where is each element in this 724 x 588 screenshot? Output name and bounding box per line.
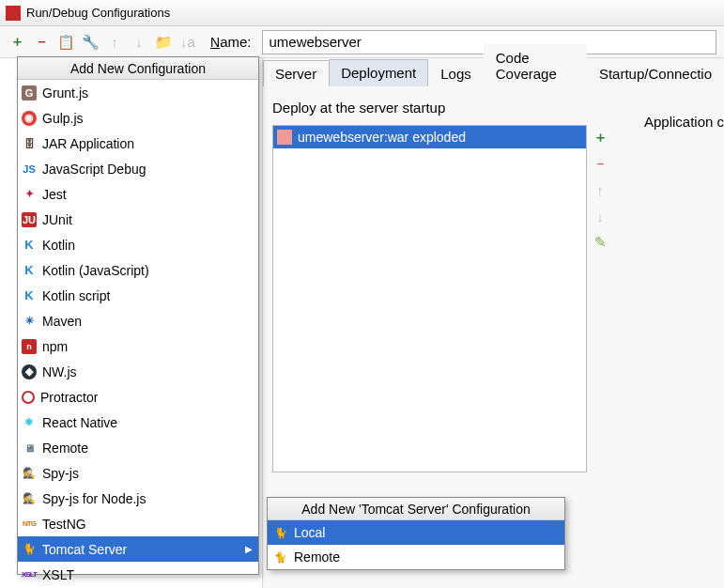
config-type-testng[interactable]: NTGTestNG	[18, 511, 258, 536]
config-type-protractor[interactable]: Protractor	[18, 384, 258, 410]
config-type-gruntjs[interactable]: GGrunt.js	[18, 80, 258, 105]
copy-config-button[interactable]: 📋	[56, 33, 75, 52]
spyjs-icon: 🕵	[22, 466, 37, 481]
config-type-label: JAR Application	[42, 136, 134, 151]
config-type-label: Kotlin	[42, 238, 75, 253]
config-type-label: React Native	[42, 415, 117, 430]
tomcat-icon: 🐈	[273, 525, 288, 540]
jarapplication-icon: 🗄	[22, 136, 37, 151]
window-titlebar: Run/Debug Configurations	[0, 0, 724, 26]
config-type-label: Maven	[42, 314, 82, 329]
tomcat-option-label: Remote	[294, 549, 340, 565]
artifact-label: umewebserver:war exploded	[298, 130, 466, 145]
javascriptdebug-icon: JS	[22, 162, 37, 177]
tab-server[interactable]: Server	[263, 60, 329, 86]
gulpjs-icon: ◉	[22, 111, 37, 126]
config-type-label: JavaScript Debug	[42, 162, 146, 177]
tab-startupconnection[interactable]: Startup/Connectio	[587, 60, 724, 86]
config-type-label: Grunt.js	[42, 85, 88, 101]
junit-icon: JU	[22, 212, 37, 227]
window-title: Run/Debug Configurations	[26, 6, 170, 20]
config-type-npm[interactable]: nnpm	[18, 333, 258, 359]
tab-codecoverage[interactable]: Code Coverage	[484, 44, 587, 86]
add-config-button[interactable]: ＋	[8, 33, 26, 52]
kotlin-icon: K	[22, 238, 37, 253]
config-type-jarapplication[interactable]: 🗄JAR Application	[18, 131, 258, 156]
config-type-label: Remote	[42, 441, 88, 456]
config-toolbar: ＋ － 📋 🔧 ↑ ↓ 📁 ↓a Name:	[0, 26, 724, 58]
tomcat-option-local[interactable]: 🐈Local	[268, 520, 564, 545]
config-type-nwjs[interactable]: ◆NW.js	[18, 359, 258, 384]
config-type-label: TestNG	[42, 517, 86, 532]
config-type-kotlin[interactable]: KKotlin	[18, 232, 258, 257]
config-type-label: Kotlin (JavaScript)	[42, 263, 149, 278]
protractor-icon	[22, 391, 35, 404]
config-type-label: Spy-js	[42, 466, 79, 481]
config-type-label: Jest	[42, 187, 67, 202]
popup-title: Add New Configuration	[18, 57, 258, 80]
config-type-label: JUnit	[42, 212, 72, 227]
config-type-label: Tomcat Server	[42, 542, 127, 557]
tomcat-option-label: Local	[294, 525, 325, 540]
move-up-button: ↑	[105, 33, 124, 52]
reactnative-icon: ⚛	[22, 415, 37, 430]
tomcat-option-remote2[interactable]: 🐈Remote	[268, 545, 564, 569]
artifact-icon	[277, 130, 292, 145]
config-type-junit[interactable]: JUJUnit	[18, 207, 258, 232]
testng-icon: NTG	[22, 517, 37, 532]
xslt-icon: XSLT	[22, 567, 37, 582]
artifact-list[interactable]: umewebserver:war exploded	[272, 125, 587, 472]
artifact-toolbar: ＋ － ↑ ↓ ✎	[587, 125, 613, 472]
tomcat-icon: 🐈	[273, 549, 288, 565]
config-type-spyjsfornodejs[interactable]: 🕵Spy-js for Node.js	[18, 486, 258, 511]
config-type-javascriptdebug[interactable]: JSJavaScript Debug	[18, 156, 258, 181]
config-type-label: XSLT	[42, 567, 74, 582]
jest-icon: ✦	[22, 187, 37, 202]
maven-icon: ✳	[22, 314, 37, 329]
artifact-down-button: ↓	[592, 208, 608, 224]
config-type-jest[interactable]: ✦Jest	[18, 181, 258, 207]
config-tabs: ServerDeploymentLogsCode CoverageStartup…	[263, 58, 724, 86]
config-type-reactnative[interactable]: ⚛React Native	[18, 410, 258, 435]
submenu-arrow-icon: ▶	[245, 544, 253, 554]
edit-artifact-button[interactable]: ✎	[592, 234, 608, 251]
application-context-label-cut: Application c	[639, 110, 724, 132]
config-type-label: Gulp.js	[42, 111, 84, 126]
tomcat-server-submenu: Add New 'Tomcat Server' Configuration 🐈L…	[267, 497, 565, 570]
add-new-configuration-popup: Add New Configuration GGrunt.js◉Gulp.js🗄…	[17, 56, 259, 575]
config-type-remote[interactable]: 🖥Remote	[18, 435, 258, 460]
remove-config-button[interactable]: －	[32, 33, 51, 52]
config-type-label: Kotlin script	[42, 288, 110, 303]
tab-logs[interactable]: Logs	[428, 60, 484, 86]
edit-defaults-button[interactable]: 🔧	[81, 33, 100, 52]
config-type-gulpjs[interactable]: ◉Gulp.js	[18, 105, 258, 131]
tab-deployment[interactable]: Deployment	[329, 59, 428, 86]
config-type-spyjs[interactable]: 🕵Spy-js	[18, 460, 258, 486]
config-type-kotlinscript[interactable]: KKotlin script	[18, 283, 258, 308]
add-artifact-button[interactable]: ＋	[592, 129, 608, 146]
config-type-maven[interactable]: ✳Maven	[18, 308, 258, 333]
config-type-label: Spy-js for Node.js	[42, 491, 146, 506]
config-type-label: NW.js	[42, 364, 77, 379]
tomcatserver-icon: 🐈	[22, 542, 37, 557]
config-type-label: Protractor	[40, 390, 98, 405]
name-field-label: Name:	[210, 34, 251, 50]
npm-icon: n	[22, 339, 37, 354]
submenu-title: Add New 'Tomcat Server' Configuration	[268, 498, 564, 520]
remote-icon: 🖥	[22, 441, 37, 456]
kotlinscript-icon: K	[22, 288, 37, 303]
nwjs-icon: ◆	[22, 364, 37, 379]
artifact-row[interactable]: umewebserver:war exploded	[273, 126, 586, 148]
gruntjs-icon: G	[22, 85, 37, 101]
config-type-tomcatserver[interactable]: 🐈Tomcat Server▶	[18, 536, 258, 562]
config-type-label: npm	[42, 339, 68, 354]
remove-artifact-button[interactable]: －	[592, 155, 608, 172]
config-type-kotlinjavascript[interactable]: KKotlin (JavaScript)	[18, 257, 258, 283]
artifact-up-button: ↑	[592, 181, 608, 198]
folder-button: 📁	[154, 33, 173, 52]
app-icon	[6, 6, 21, 21]
spyjsfornodejs-icon: 🕵	[22, 491, 37, 506]
sort-button: ↓a	[178, 33, 197, 52]
kotlinjavascript-icon: K	[22, 263, 37, 278]
config-type-xslt[interactable]: XSLTXSLT	[18, 562, 258, 587]
